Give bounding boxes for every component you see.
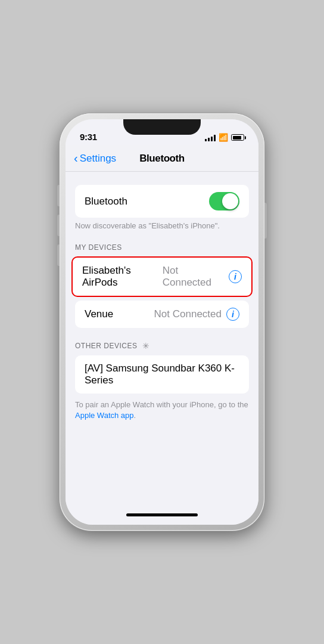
samsung-device-name: [AV] Samsung Soundbar K360 K-Series — [85, 363, 239, 386]
airpods-name: Elisabeth's AirPods — [82, 265, 163, 289]
venue-row[interactable]: Venue Not Connected i — [75, 301, 249, 328]
toggle-knob — [222, 193, 238, 209]
page-title: Bluetooth — [139, 153, 185, 165]
other-devices-card: [AV] Samsung Soundbar K360 K-Series — [75, 355, 249, 394]
samsung-row[interactable]: [AV] Samsung Soundbar K360 K-Series — [75, 355, 249, 394]
venue-name: Venue — [85, 308, 113, 320]
discoverable-text: Now discoverable as "Elisabeth's iPhone"… — [66, 218, 258, 230]
home-indicator — [66, 504, 258, 525]
footer-suffix: . — [134, 411, 136, 420]
airpods-row[interactable]: Elisabeth's AirPods Not Connected i — [73, 258, 251, 296]
phone-screen: 9:31 📶 ‹ Settings Bluetooth — [66, 119, 258, 525]
venue-status: Not Connected — [154, 308, 222, 320]
airpods-status: Not Connected — [163, 265, 224, 289]
back-chevron-icon: ‹ — [74, 152, 78, 164]
my-devices-section: MY DEVICES Elisabeth's AirPods Not Conne… — [66, 243, 258, 328]
nav-bar: ‹ Settings Bluetooth — [66, 145, 258, 172]
notch — [123, 119, 201, 135]
back-button[interactable]: ‹ Settings — [74, 153, 116, 165]
footer-prefix: To pair an Apple Watch with your iPhone,… — [75, 400, 248, 409]
other-devices-label: OTHER DEVICES — [75, 342, 138, 350]
status-time: 9:31 — [80, 132, 97, 142]
bluetooth-card: Bluetooth — [75, 185, 249, 218]
apple-watch-app-link[interactable]: Apple Watch app — [75, 411, 134, 420]
battery-icon — [231, 134, 244, 141]
my-devices-label: MY DEVICES — [66, 243, 258, 252]
airpods-highlighted-card: Elisabeth's AirPods Not Connected i — [71, 256, 253, 297]
other-devices-section: OTHER DEVICES ✳ [AV] Samsung Soundbar K3… — [66, 341, 258, 394]
footer-note: To pair an Apple Watch with your iPhone,… — [66, 394, 258, 421]
signal-icon — [205, 134, 216, 141]
airpods-row-right: Not Connected i — [163, 265, 242, 289]
venue-row-right: Not Connected i — [154, 308, 239, 321]
bluetooth-toggle[interactable] — [209, 192, 239, 210]
home-bar — [126, 513, 198, 516]
other-devices-header: OTHER DEVICES ✳ — [66, 341, 258, 351]
phone-frame: 9:31 📶 ‹ Settings Bluetooth — [60, 113, 264, 531]
venue-card: Venue Not Connected i — [75, 301, 249, 328]
bluetooth-row: Bluetooth — [75, 185, 249, 218]
loading-spinner-icon: ✳ — [142, 341, 152, 351]
back-label: Settings — [80, 153, 116, 165]
wifi-icon: 📶 — [219, 133, 228, 142]
status-icons: 📶 — [205, 133, 244, 142]
bluetooth-toggle-section: Bluetooth Now discoverable as "Elisabeth… — [66, 185, 258, 230]
venue-info-button[interactable]: i — [226, 308, 239, 321]
scroll-content: Bluetooth Now discoverable as "Elisabeth… — [66, 172, 258, 504]
airpods-info-button[interactable]: i — [229, 270, 242, 283]
bluetooth-label: Bluetooth — [85, 196, 127, 208]
